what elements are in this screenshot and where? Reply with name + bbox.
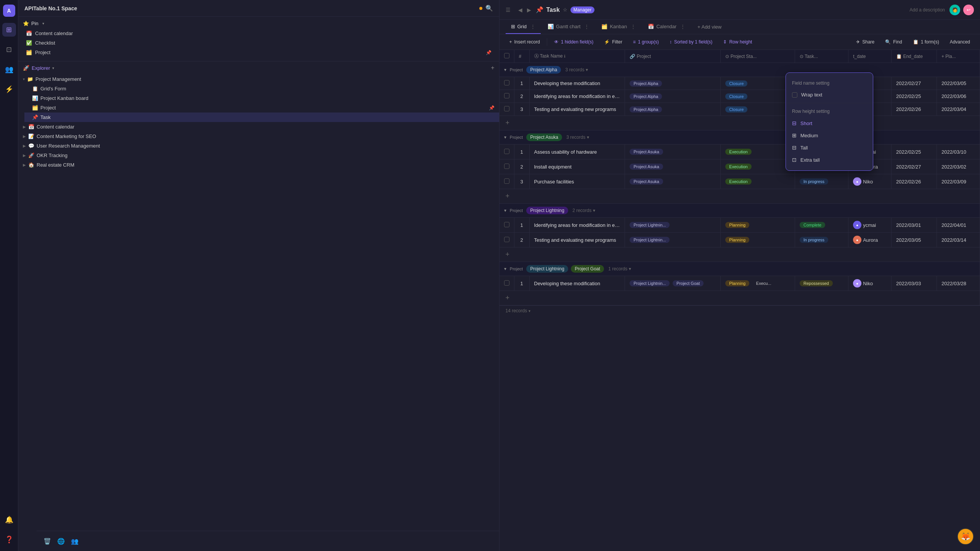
grid-icon[interactable]: ⊡ — [2, 43, 16, 56]
checkbox-header[interactable] — [500, 50, 514, 63]
col-task-name[interactable]: Ⓐ Task Name ℹ — [529, 50, 625, 63]
tab-grid[interactable]: ⊞ Grid ⋮ — [506, 20, 541, 34]
table-row[interactable]: 3 Purchase facilities Project Asuka Exec… — [500, 174, 980, 189]
row-height-button[interactable]: ⇕ Row height — [719, 37, 756, 47]
users-icon[interactable]: 👥 — [2, 63, 16, 76]
add-row[interactable]: + — [500, 291, 980, 305]
row-height-dropdown: Field name setting Wrap text Row height … — [786, 72, 873, 171]
main-content: ☰ ◀ ▶ 📌 Task ☆ Manager Add a description… — [500, 0, 980, 551]
explore-icon[interactable]: 🌐 — [55, 535, 67, 547]
add-row-button[interactable]: + — [504, 191, 511, 202]
task-header: ☰ ◀ ▶ 📌 Task ☆ Manager — [506, 6, 905, 14]
user-avatar-topbar-2[interactable]: ↩ — [963, 5, 974, 15]
col-project-status[interactable]: ⊙ Project Sta... — [721, 50, 795, 63]
task-description[interactable]: Add a description — [909, 7, 945, 13]
tree-children-project-management: 📋 Grid's Form 📊 Project Kanban board 🗂️ … — [18, 84, 499, 122]
row-height-tall[interactable]: ⊟ Tall — [786, 141, 873, 154]
table-row[interactable]: 2 Install equipment Project Asuka Execut… — [500, 159, 980, 174]
sidebar-collapse-button[interactable]: ☰ — [506, 7, 511, 13]
add-row-button[interactable]: + — [504, 117, 511, 129]
floating-avatar[interactable]: 🦊 — [957, 528, 974, 545]
add-row[interactable]: + — [500, 116, 980, 130]
group-button[interactable]: ≡ 1 group(s) — [629, 37, 663, 47]
grid-table: # Ⓐ Task Name ℹ 🔗 Project ⊙ Project Sta.… — [500, 50, 980, 305]
group-header: ▾ Project Project Asuka 3 records ▾ — [500, 130, 980, 145]
col-project[interactable]: 🔗 Project — [625, 50, 721, 63]
tree-real-estate[interactable]: ▶ 🏠 Real estate CRM — [18, 160, 499, 170]
hidden-fields-button[interactable]: 👁 1 hidden field(s) — [550, 37, 597, 47]
tree-okr-tracking[interactable]: ▶ 🚀 OKR Tracking — [18, 151, 499, 160]
task-star-icon[interactable]: ☆ — [563, 7, 567, 13]
row-height-extra-tall[interactable]: ⊡ Extra tall — [786, 154, 873, 166]
add-row-button[interactable]: + — [504, 249, 511, 260]
tree-content-calendar[interactable]: ▶ 📅 Content calendar — [18, 122, 499, 132]
table-row[interactable]: 2 Identifying areas for modification in … — [500, 90, 980, 103]
col-task-status[interactable]: ⊙ Task... — [795, 50, 848, 63]
pin-header[interactable]: ⭐ Pin ▾ — [23, 21, 495, 26]
col-end-date[interactable]: 📋 End_date — [892, 50, 937, 63]
table-row[interactable]: 3 Testing and evaluating new programs Pr… — [500, 103, 980, 116]
col-pla[interactable]: + Pla... — [937, 50, 980, 63]
tab-kanban[interactable]: 🗂️ Kanban ⋮ — [596, 20, 641, 34]
pin-item-project[interactable]: 🗂️ Project 📌 — [23, 48, 495, 57]
table-row[interactable]: 1 Developing these modification Project … — [500, 77, 980, 90]
tab-gantt[interactable]: 📊 Gantt chart ⋮ — [542, 20, 594, 34]
explorer-header[interactable]: 🚀 Explorer ▾ + — [18, 61, 499, 74]
tree-task[interactable]: 📌 Task — [24, 112, 499, 122]
row-height-short[interactable]: ⊟ Short — [786, 117, 873, 129]
task-title: Task — [546, 6, 560, 13]
add-row-button[interactable]: + — [504, 292, 511, 304]
filter-button[interactable]: ⚡ Filter — [600, 37, 626, 47]
forms-button[interactable]: 📋 1 form(s) — [909, 37, 943, 47]
row-height-setting-label: Row height setting — [786, 106, 873, 117]
table-row[interactable]: 1 Assess usability of hardware Project A… — [500, 145, 980, 159]
table-row[interactable]: 2 Testing and evaluating new programs Pr… — [500, 233, 980, 247]
explorer-add-button[interactable]: + — [491, 64, 494, 71]
back-button[interactable]: ◀ — [517, 6, 524, 14]
tree-project-management[interactable]: ▾ 📁 Project Management — [18, 74, 499, 84]
user-avatar[interactable]: A — [3, 5, 15, 17]
grid-container[interactable]: # Ⓐ Task Name ℹ 🔗 Project ⊙ Project Sta.… — [500, 50, 980, 551]
field-name-setting-label: Field name setting — [786, 77, 873, 89]
table-row[interactable]: 1 Identifying areas for modification in … — [500, 218, 980, 233]
add-row[interactable]: + — [500, 189, 980, 204]
tree-grids-form[interactable]: 📋 Grid's Form — [24, 84, 499, 93]
tree-user-research[interactable]: ▶ 💬 User Research Management — [18, 141, 499, 151]
toolbar: + Insert record 👁 1 hidden field(s) ⚡ Fi… — [500, 34, 980, 50]
table-row[interactable]: 1 Developing these modification Project … — [500, 276, 980, 291]
space-status-dot — [479, 7, 482, 10]
view-tabs: ⊞ Grid ⋮ 📊 Gantt chart ⋮ 🗂️ Kanban ⋮ 📅 C… — [500, 20, 980, 34]
insert-record-button[interactable]: + Insert record — [506, 37, 544, 47]
col-t-date[interactable]: t_date — [848, 50, 892, 63]
wrap-text-item[interactable]: Wrap text — [786, 89, 873, 101]
row-height-medium[interactable]: ⊞ Medium — [786, 129, 873, 141]
share-button[interactable]: ✈ Share — [852, 37, 878, 47]
search-button[interactable]: 🔍 — [485, 5, 493, 12]
automation-icon[interactable]: ⚡ — [2, 82, 16, 96]
wrap-text-checkbox[interactable] — [792, 92, 797, 98]
notification-icon[interactable]: 🔔 — [2, 513, 16, 527]
bottom-bar: 14 records ▾ — [500, 305, 980, 316]
forward-button[interactable]: ▶ — [525, 6, 533, 14]
help-icon[interactable]: ❓ — [2, 533, 16, 546]
trash-icon[interactable]: 🗑️ — [41, 535, 53, 547]
team-icon[interactable]: 👥 — [69, 535, 81, 547]
user-avatar-topbar[interactable]: 🧑 — [949, 5, 960, 15]
home-icon[interactable]: ⊞ — [2, 23, 16, 37]
tab-calendar[interactable]: 📅 Calendar ⋮ — [643, 20, 691, 34]
add-row[interactable]: + — [500, 247, 980, 262]
find-button[interactable]: 🔍 Find — [881, 37, 906, 47]
explorer-section: 🚀 Explorer ▾ + ▾ 📁 Project Management 📋 … — [18, 61, 499, 531]
sort-button[interactable]: ↕ Sorted by 1 field(s) — [666, 37, 717, 47]
advanced-button[interactable]: Advanced — [946, 37, 974, 47]
topbar-right: 🧑 ↩ — [949, 5, 974, 15]
pin-item-content-calendar[interactable]: 📅 Content calendar — [23, 29, 495, 38]
space-header: APITable No.1 Space 🔍 — [18, 0, 499, 17]
add-view-button[interactable]: + Add view — [692, 20, 727, 34]
sidebar-bottom-bar: 🗑️ 🌐 👥 — [37, 531, 499, 551]
sidebar-icon-strip: A ⊞ ⊡ 👥 ⚡ 🔔 ❓ — [0, 0, 18, 551]
pin-item-checklist[interactable]: ✅ Checklist — [23, 38, 495, 48]
tree-kanban-board[interactable]: 📊 Project Kanban board — [24, 93, 499, 103]
tree-content-marketing[interactable]: ▶ 📝 Content Marketing for SEO — [18, 132, 499, 141]
tree-project[interactable]: 🗂️ Project 📌 — [24, 103, 499, 112]
